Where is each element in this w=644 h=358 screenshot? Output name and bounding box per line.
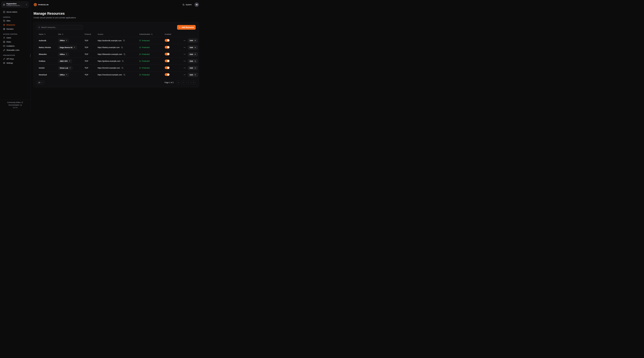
sidebar-item-server-admin[interactable]: Server Admin	[2, 10, 28, 14]
enabled-cell	[163, 66, 181, 70]
actions-cell: Edit	[181, 59, 198, 63]
sidebar-item-shareable-links[interactable]: Shareable Links	[2, 48, 28, 52]
site-link-button[interactable]: Office	[58, 39, 69, 42]
column-header-name[interactable]: Name	[37, 33, 56, 35]
shield-check-icon	[139, 54, 141, 55]
enabled-toggle[interactable]	[165, 39, 170, 42]
access-url: https://nextcloud.example.com	[98, 74, 122, 76]
search-input[interactable]	[41, 26, 81, 28]
sidebar-item-invitations[interactable]: Invitations	[2, 44, 28, 48]
auth-status-label: Protected	[142, 53, 150, 55]
site-link-button[interactable]: AWS VPC	[58, 59, 72, 63]
table-row: Grafana AWS VPC TCP https://grafana.exam…	[37, 58, 196, 65]
moon-icon	[182, 4, 184, 6]
user-avatar[interactable]: M	[194, 3, 199, 7]
ellipsis-icon	[184, 40, 186, 42]
sidebar-resize-handle[interactable]	[30, 54, 30, 57]
sort-icon	[44, 34, 46, 35]
shareable-links-icon	[3, 49, 5, 51]
first-page-button[interactable]	[176, 80, 180, 85]
actions-cell: Edit	[181, 73, 198, 77]
edit-button[interactable]: Edit	[188, 46, 198, 50]
community-edition-link[interactable]: Community Edition	[1, 101, 29, 104]
resource-name: Grafana	[37, 60, 56, 62]
sidebar: Organization milo@fossorial.io's ... Ser…	[0, 0, 30, 111]
sidebar-item-resources[interactable]: Resources	[2, 23, 28, 27]
page-info: Page 1 of 1	[164, 82, 174, 84]
authentication-cell: Protected	[137, 53, 163, 55]
edit-button[interactable]: Edit	[188, 59, 198, 63]
copy-url-button[interactable]	[124, 53, 126, 56]
pangolin-logo-icon	[34, 3, 37, 7]
site-link-button[interactable]: Edge Device 01	[58, 46, 77, 49]
plus-icon	[179, 27, 180, 28]
resources-icon	[3, 24, 5, 26]
last-page-button[interactable]	[192, 80, 196, 85]
copy-url-button[interactable]	[123, 74, 126, 76]
row-menu-button[interactable]	[183, 66, 186, 70]
ellipsis-icon	[184, 60, 186, 62]
column-header-site[interactable]: Site	[56, 33, 82, 35]
edit-button[interactable]: Edit	[188, 73, 198, 77]
row-menu-button[interactable]	[183, 39, 186, 42]
enabled-toggle[interactable]	[165, 73, 170, 76]
site-link-button[interactable]: Home Lab	[58, 66, 72, 70]
shield-check-icon	[139, 40, 141, 41]
site-name: AWS VPC	[60, 60, 68, 62]
row-menu-button[interactable]	[183, 73, 186, 76]
sidebar-item-api-keys[interactable]: API Keys	[2, 57, 28, 61]
shield-check-icon	[139, 74, 141, 76]
authentication-cell: Protected	[137, 74, 163, 76]
documentation-link[interactable]: Documentation	[1, 104, 29, 106]
edit-button[interactable]: Edit	[188, 66, 198, 70]
enabled-toggle[interactable]	[165, 60, 170, 62]
sidebar-item-settings[interactable]: Settings	[2, 61, 28, 65]
arrow-right-icon	[194, 54, 196, 55]
ellipsis-icon	[184, 46, 186, 49]
sidebar-nav: Server Admin GENERAL Sites Resources	[0, 10, 30, 100]
ellipsis-icon	[184, 53, 186, 55]
add-resource-button[interactable]: Add Resource	[177, 25, 196, 30]
site-link-button[interactable]: Office	[58, 73, 69, 77]
copy-url-button[interactable]	[121, 46, 123, 49]
edit-button[interactable]: Edit	[188, 52, 198, 56]
copy-icon	[123, 40, 125, 41]
page-size-select[interactable]: 20	[37, 81, 44, 85]
row-menu-button[interactable]	[183, 60, 186, 63]
row-menu-button[interactable]	[183, 53, 186, 56]
copy-url-button[interactable]	[122, 60, 124, 62]
org-label: Organization	[6, 3, 24, 5]
prev-page-button[interactable]	[181, 80, 185, 85]
ellipsis-icon	[184, 67, 186, 69]
sidebar-item-label: API Keys	[6, 58, 14, 60]
access-url: https://bitwarden.example.com	[98, 53, 122, 55]
external-link-icon	[69, 60, 70, 62]
copy-url-button[interactable]	[121, 67, 124, 69]
theme-switcher-button[interactable]: System	[182, 4, 192, 6]
sidebar-item-users[interactable]: Users	[2, 36, 28, 40]
version-label: v1.7.0	[1, 106, 29, 109]
org-switcher[interactable]: Organization milo@fossorial.io's ...	[2, 2, 29, 8]
enabled-toggle[interactable]	[165, 53, 170, 56]
site-name: Office	[60, 74, 65, 76]
sidebar-item-sites[interactable]: Sites	[2, 19, 28, 23]
arrow-right-icon	[194, 74, 196, 76]
external-link-icon	[66, 40, 67, 41]
edit-button[interactable]: Edit	[188, 39, 198, 43]
auth-status-label: Protected	[142, 46, 150, 49]
search-box	[37, 25, 82, 30]
next-page-button[interactable]	[186, 80, 190, 85]
copy-url-button[interactable]	[123, 40, 125, 42]
sidebar-item-domains[interactable]: Domains	[2, 27, 28, 31]
sidebar-item-roles[interactable]: Roles	[2, 40, 28, 44]
row-menu-button[interactable]	[183, 46, 186, 49]
enabled-cell	[163, 60, 181, 63]
section-title-organization: ORGANIZATION	[2, 52, 28, 57]
site-link-button[interactable]: Office	[58, 53, 69, 56]
enabled-toggle[interactable]	[165, 46, 170, 49]
site-cell: AWS VPC	[56, 59, 82, 63]
enabled-toggle[interactable]	[165, 66, 170, 69]
chevrons-up-down-icon	[26, 4, 27, 6]
brand: PANGOLIN	[34, 3, 48, 7]
column-header-authentication[interactable]: Authentication	[137, 33, 163, 35]
